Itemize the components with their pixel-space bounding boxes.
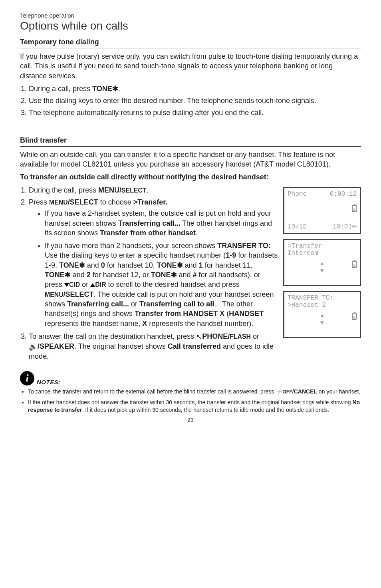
text: If the other handset does not answer the…	[28, 399, 353, 405]
speaker-icon: 🔈	[29, 343, 38, 351]
placeholder-x: X	[142, 320, 147, 328]
battery-icon	[352, 313, 357, 320]
star-icon: ✱	[171, 271, 177, 279]
screen-transfer-to: TRANSFER TO:	[217, 242, 271, 250]
up-arrow-icon	[90, 283, 95, 287]
heading-blind-transfer: Blind transfer	[20, 136, 361, 147]
text: To cancel the transfer and return to the…	[28, 388, 276, 395]
lcd-line1: >Transfer	[288, 242, 357, 250]
lcd-label: Phone	[288, 191, 307, 198]
lcd-line2: >Handset 2	[288, 302, 357, 309]
step-tone-1: During a call, press TONE✱.	[29, 84, 361, 93]
lcd-timer: 0:00:12	[330, 191, 357, 198]
subhead-transfer-direct: To transfer an outside call directly wit…	[20, 172, 361, 182]
text: . If it does not pick up within 30 secon…	[82, 407, 329, 413]
key-hash: #	[193, 271, 197, 279]
page-title: Options while on calls	[20, 20, 361, 32]
text: represents the handset number).	[147, 320, 253, 328]
text: Press	[29, 198, 49, 206]
text: and	[85, 261, 101, 269]
text: .	[118, 85, 120, 93]
lcd-date: 10/15	[288, 223, 307, 230]
battery-icon	[352, 205, 357, 212]
key-menu: MENU/	[98, 186, 121, 194]
text: for handset 11,	[203, 261, 253, 269]
lcd-ampm: AM	[352, 224, 357, 229]
text: During the call, press	[29, 186, 98, 194]
key-tone: TONE	[92, 85, 112, 93]
battery-icon	[352, 261, 357, 268]
menu-choice-transfer: >Transfer.	[133, 198, 168, 206]
step-tone-2: Use the dialing keys to enter the desire…	[29, 96, 361, 105]
para-blind-intro: While on an outside call, you can transf…	[20, 150, 361, 169]
screen-transfer-all: Transferring call to all	[139, 300, 214, 308]
lcd-screen-2: >Transfer Intercom ▲▼	[283, 239, 361, 286]
screen-transferring: Transferring call...	[118, 219, 180, 227]
step-bt-2: Press MENU/SELECT to choose >Transfer. I…	[29, 197, 278, 328]
key-tone2: TONE	[59, 261, 79, 269]
text: to choose	[98, 198, 133, 206]
page-number: 23	[20, 417, 361, 423]
key-flash: FLASH	[230, 333, 251, 340]
info-icon: i	[20, 371, 34, 385]
lcd-line2: Intercom	[288, 250, 357, 257]
bullet-2hs: If you have a 2-handset system, the outs…	[45, 209, 278, 238]
text: and	[177, 271, 193, 279]
key-2: 2	[87, 271, 91, 279]
key-dir: DIR	[95, 281, 106, 288]
text: and	[71, 271, 87, 279]
text: represents the handset name,	[45, 320, 142, 328]
screen-call-transferred: Call transferred	[168, 342, 221, 350]
lcd-line1: TRANSFER TO:	[288, 294, 357, 302]
lcd-screen-3: TRANSFER TO: >Handset 2 ▲▼	[283, 291, 361, 338]
key-cancel: /CANCEL	[292, 388, 317, 395]
phone-icon: ↖	[196, 333, 202, 341]
para-tone-intro: If you have pulse (rotary) service only,…	[20, 52, 361, 81]
screen-transfer-from: Transfer from other handset	[100, 229, 196, 237]
key-select2: /SELECT	[68, 198, 98, 206]
placeholder-handset: HANDSET	[229, 310, 264, 318]
key-tone5: TONE	[151, 271, 171, 279]
text: .	[196, 229, 198, 237]
key-phone: PHONE/	[202, 332, 230, 340]
text: to scroll to the desired handset and pre…	[106, 280, 240, 288]
text: and	[183, 261, 199, 269]
heading-temporary-tone: Temporary tone dialing	[20, 38, 361, 48]
text: or	[129, 300, 139, 308]
key-menu-sc: MENU	[49, 199, 68, 206]
text: Use the dialing keys to enter a specific…	[45, 251, 226, 259]
text: To answer the call on the destination ha…	[29, 332, 196, 340]
step-bt-3: To answer the call on the destination ha…	[29, 332, 278, 362]
updown-icon: ▲▼	[320, 312, 323, 326]
key-tone4: TONE	[45, 271, 65, 279]
lcd-time: 10:01	[333, 223, 352, 230]
text: If you have more than 2 handsets, your s…	[45, 242, 217, 250]
hangup-icon: ⚡	[276, 388, 282, 395]
text: for handset 10,	[105, 261, 157, 269]
text: During a call, press	[29, 85, 92, 93]
star-icon: ✱	[65, 271, 71, 279]
key-select: SELECT	[121, 187, 146, 194]
star-icon: ✱	[177, 261, 183, 269]
section-supertitle: Telephone operation	[20, 12, 361, 19]
text: (	[224, 310, 229, 318]
screen-transferring2: Transferring call...	[67, 300, 129, 308]
text: or	[80, 280, 90, 288]
text: or	[251, 332, 259, 340]
key-select3: /SELECT	[64, 290, 94, 298]
key-0: 0	[101, 261, 105, 269]
keys-1-9: 1-9	[226, 251, 236, 259]
step-bt-1: During the call, press MENU/SELECT.	[29, 185, 278, 195]
text: for handset 12, or	[91, 271, 151, 279]
key-off: OFF	[282, 389, 292, 395]
note-2: If the other handset does not answer the…	[28, 399, 361, 414]
note-1: To cancel the transfer and return to the…	[28, 388, 361, 395]
step-tone-3: The telephone automatically returns to p…	[29, 108, 361, 117]
key-menu2: MENU	[45, 291, 64, 298]
text: .	[147, 186, 149, 194]
notes-label: NOTES:	[37, 379, 61, 385]
text: . The original handset shows	[74, 342, 168, 350]
key-tone3: TONE	[157, 261, 177, 269]
key-1: 1	[199, 261, 203, 269]
down-arrow-icon	[64, 283, 69, 287]
